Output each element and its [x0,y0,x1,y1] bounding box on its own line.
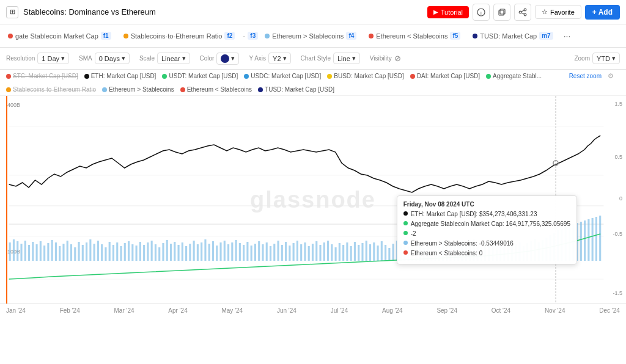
svg-rect-61 [185,246,187,261]
svg-rect-105 [354,242,356,261]
svg-rect-108 [366,241,367,261]
svg-rect-74 [235,240,237,261]
legend-dot-usdc [244,74,249,79]
tab-dot-f4 [265,34,270,38]
svg-rect-83 [270,246,271,261]
svg-rect-99 [331,244,333,261]
legend-tusd[interactable]: TUSD: Market Cap [USD] [258,86,334,93]
legend-settings-icon[interactable]: ⚙ [608,72,614,80]
svg-rect-146 [511,241,513,261]
tab-dot-f1 [8,34,13,38]
legend-eth[interactable]: ETH: Market Cap [USD] [84,73,156,79]
svg-rect-22 [36,244,38,261]
svg-rect-55 [162,243,164,261]
tab-eth-gt-stable[interactable]: Ethereum > Stablecoins f4 [259,29,362,43]
svg-rect-29 [62,244,64,261]
legend-gt[interactable]: Ethereum > Stablecoins [102,86,174,93]
chart-area[interactable]: glassnode 400B 100B 1.5 0.5 0 -0.5 -1.5 [0,96,626,304]
svg-rect-50 [143,245,145,261]
visibility-group: Visibility ⊘ [370,54,401,63]
svg-rect-57 [170,244,172,261]
share-button[interactable] [514,4,531,21]
svg-rect-51 [147,242,149,261]
svg-rect-33 [78,242,79,261]
x-axis: Jan '24 Feb '24 Mar '24 Apr '24 May '24 … [0,304,626,317]
legend-dot-usdt [162,74,167,79]
window-icon[interactable]: ⊞ [6,6,18,18]
svg-rect-21 [32,242,34,261]
svg-rect-150 [526,243,528,261]
svg-rect-82 [266,242,268,261]
legend-dot-aggregate [486,74,491,79]
reset-zoom-button[interactable]: Reset zoom [569,73,602,79]
legend-dot-lt [180,87,185,92]
tab-badge-f1: f1 [101,32,111,40]
svg-rect-136 [473,239,474,261]
svg-rect-25 [47,243,49,261]
svg-rect-109 [369,244,371,261]
tabs-more-button[interactable]: ··· [560,29,575,43]
svg-rect-129 [446,245,447,261]
page-title: Stablecoins: Dominance vs Ethereum [23,7,422,16]
tutorial-button[interactable]: ▶ Tutorial [427,6,469,18]
sma-select[interactable]: 0 Days ▾ [95,53,130,64]
svg-rect-148 [518,242,520,261]
legend-usdt[interactable]: USDT: Market Cap [USD] [162,73,238,79]
add-button[interactable]: + Add [585,5,620,20]
svg-rect-92 [304,242,306,261]
legend-dot-eth [84,74,89,79]
svg-rect-35 [86,242,87,261]
svg-rect-137 [476,244,478,261]
x-axis-labels: Jan '24 Feb '24 Mar '24 Apr '24 May '24 … [6,307,620,314]
resolution-select[interactable]: 1 Day ▾ [37,53,69,64]
tab-dot-m7 [473,34,477,38]
svg-rect-139 [484,243,486,261]
yaxis-select[interactable]: Y2 ▾ [268,53,290,64]
svg-rect-42 [112,245,114,261]
svg-rect-41 [109,242,111,261]
legend-stc[interactable]: STC: Market Cap [USD] [6,73,78,79]
svg-rect-64 [197,244,199,261]
svg-rect-34 [82,245,84,261]
legend-ratio[interactable]: Stablecoins-to-Ethereum Ratio [6,86,96,93]
svg-rect-53 [155,244,156,261]
tab-eth-ratio[interactable]: Stablecoins-to-Ethereum Ratio f2 [118,29,241,43]
svg-rect-78 [251,246,252,261]
svg-rect-84 [273,244,275,261]
svg-rect-144 [503,246,505,261]
legend-lt[interactable]: Ethereum < Stablecoins [180,86,252,93]
svg-text:i: i [481,10,482,16]
svg-rect-135 [469,242,471,261]
svg-rect-72 [227,244,229,261]
toolbar: Resolution 1 Day ▾ SMA 0 Days ▾ Scale Li… [0,48,626,70]
scale-select[interactable]: Linear ▾ [157,53,190,64]
svg-rect-60 [182,242,183,261]
svg-rect-54 [158,247,160,261]
visibility-toggle[interactable]: ⊘ [394,54,401,63]
tab-tusd[interactable]: TUSD: Market Cap m7 [467,29,558,43]
svg-rect-85 [277,241,279,261]
svg-rect-111 [377,246,378,261]
svg-rect-133 [461,241,463,261]
tab-dot-f5 [369,34,374,38]
duplicate-button[interactable] [493,4,510,21]
legend-aggregate[interactable]: Aggregate Stabl... [486,73,542,79]
svg-rect-103 [346,242,348,261]
color-select[interactable]: ▾ [216,53,239,65]
favorite-button[interactable]: ☆ Favorite [535,5,581,19]
info-button[interactable]: i [473,4,490,21]
legend-usdc[interactable]: USDC: Market Cap [USD] [244,73,321,79]
tab-eth-lt-stable[interactable]: Ethereum < Stablecoins f5 [363,29,466,43]
legend-busd[interactable]: BUSD: Market Cap [USD] [327,73,403,79]
svg-rect-86 [281,245,283,261]
svg-rect-149 [523,246,525,261]
svg-rect-68 [212,241,214,261]
zoom-select[interactable]: YTD ▾ [592,53,620,64]
svg-rect-138 [481,247,482,261]
tab-badge-f3: f3 [248,32,258,40]
tab-stablecoin-market-cap[interactable]: gate Stablecoin Market Cap f1 [2,29,117,43]
legend-dai[interactable]: DAI: Market Cap [USD] [410,73,480,79]
svg-rect-37 [94,244,95,261]
chartstyle-select[interactable]: Line ▾ [333,53,360,64]
svg-rect-122 [419,245,421,261]
